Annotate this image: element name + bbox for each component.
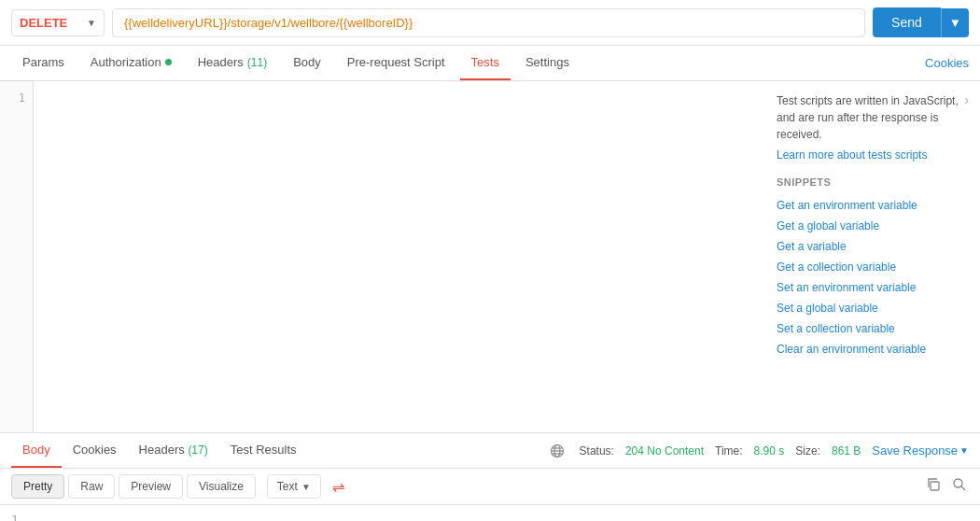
snippet-get-env-var[interactable]: Get an environment variable: [777, 195, 969, 216]
response-headers-label: Headers: [139, 443, 185, 457]
response-tab-body[interactable]: Body: [11, 433, 62, 468]
tab-authorization[interactable]: Authorization: [79, 46, 183, 80]
tab-tests-label: Tests: [471, 55, 499, 69]
tab-body-label: Body: [293, 55, 321, 69]
authorization-dot-icon: [165, 59, 172, 65]
tab-headers-label: Headers: [198, 55, 244, 69]
send-dropdown-button[interactable]: ▼: [941, 8, 969, 37]
tab-pre-request-label: Pre-request Script: [347, 55, 445, 69]
send-button-group: Send ▼: [873, 7, 969, 37]
snippet-clear-env-var[interactable]: Clear an environment variable: [777, 339, 969, 359]
top-bar: DELETE ▼ Send ▼: [0, 0, 980, 46]
response-headers-badge: (17): [188, 444, 207, 457]
snippets-more-icon[interactable]: ›: [964, 92, 969, 107]
line-number-1: 1: [0, 89, 33, 107]
copy-icon[interactable]: [924, 475, 943, 498]
format-type-chevron-icon: ▼: [301, 482, 311, 492]
status-label: Status:: [580, 444, 614, 458]
tab-headers[interactable]: Headers (11): [187, 46, 278, 80]
snippet-get-global-var[interactable]: Get a global variable: [777, 216, 969, 236]
tab-settings-label: Settings: [525, 55, 569, 69]
snippets-header: SNIPPETS: [777, 176, 969, 188]
snippet-set-env-var[interactable]: Set an environment variable: [777, 277, 969, 298]
main-area: 1 Test scripts are written in JavaScript…: [0, 81, 980, 432]
wrap-icon[interactable]: ⇌: [332, 478, 344, 496]
response-area: Body Cookies Headers (17) Test Results S…: [0, 432, 980, 521]
format-type-dropdown[interactable]: Text ▼: [267, 474, 321, 499]
format-bar: Pretty Raw Preview Visualize Text ▼ ⇌: [0, 469, 980, 505]
format-btn-raw[interactable]: Raw: [68, 474, 115, 499]
save-response-button[interactable]: Save Response ▼: [872, 444, 969, 458]
format-btn-pretty[interactable]: Pretty: [11, 474, 64, 499]
response-tab-headers[interactable]: Headers (17): [128, 433, 219, 468]
size-label: Size:: [795, 444, 820, 458]
snippet-set-global-var[interactable]: Set a global variable: [777, 298, 969, 318]
method-label: DELETE: [20, 16, 67, 30]
learn-more-link[interactable]: Learn more about tests scripts: [777, 148, 969, 162]
response-line-number: 1: [11, 513, 19, 521]
headers-badge: (11): [247, 56, 267, 69]
tab-params[interactable]: Params: [11, 46, 76, 80]
response-meta: Status: 204 No Content Time: 8.90 s Size…: [550, 444, 969, 458]
line-numbers: 1: [0, 81, 34, 432]
size-value: 861 B: [832, 444, 861, 458]
format-btn-visualize[interactable]: Visualize: [187, 474, 256, 499]
save-response-chevron-icon: ▼: [959, 445, 969, 456]
svg-point-6: [954, 479, 962, 487]
test-editor[interactable]: [34, 81, 765, 432]
response-body: 1: [0, 505, 980, 521]
snippets-description: Test scripts are written in JavaScript, …: [777, 92, 964, 143]
format-btn-preview[interactable]: Preview: [119, 474, 183, 499]
tab-tests[interactable]: Tests: [460, 46, 511, 80]
save-response-label: Save Response: [872, 444, 958, 458]
time-label: Time:: [715, 444, 743, 458]
format-type-label: Text: [277, 480, 298, 493]
send-dropdown-chevron-icon: ▼: [949, 16, 961, 30]
method-chevron-icon: ▼: [87, 18, 96, 28]
url-input[interactable]: [112, 8, 865, 37]
response-tab-test-results[interactable]: Test Results: [219, 433, 308, 468]
search-icon[interactable]: [950, 475, 969, 498]
tab-settings[interactable]: Settings: [514, 46, 581, 80]
time-value: 8.90 s: [754, 444, 785, 458]
globe-icon: [550, 444, 565, 458]
tab-params-label: Params: [22, 55, 64, 69]
status-value: 204 No Content: [625, 444, 704, 458]
snippet-get-var[interactable]: Get a variable: [777, 236, 969, 257]
method-dropdown[interactable]: DELETE ▼: [11, 9, 105, 36]
snippets-panel: Test scripts are written in JavaScript, …: [765, 81, 980, 432]
response-tabs-bar: Body Cookies Headers (17) Test Results S…: [0, 433, 980, 469]
snippet-get-collection-var[interactable]: Get a collection variable: [777, 257, 969, 277]
svg-line-7: [961, 486, 965, 490]
tab-authorization-label: Authorization: [91, 55, 161, 69]
svg-rect-5: [931, 482, 939, 490]
snippet-set-collection-var[interactable]: Set a collection variable: [777, 318, 969, 339]
nav-tabs: Params Authorization Headers (11) Body P…: [0, 46, 980, 81]
tab-body[interactable]: Body: [282, 46, 332, 80]
send-button[interactable]: Send: [873, 7, 941, 37]
cookies-link[interactable]: Cookies: [925, 56, 969, 70]
response-tab-cookies[interactable]: Cookies: [62, 433, 128, 468]
tab-pre-request-script[interactable]: Pre-request Script: [336, 46, 456, 80]
editor-area: 1: [0, 81, 765, 432]
action-icons: [924, 475, 969, 498]
